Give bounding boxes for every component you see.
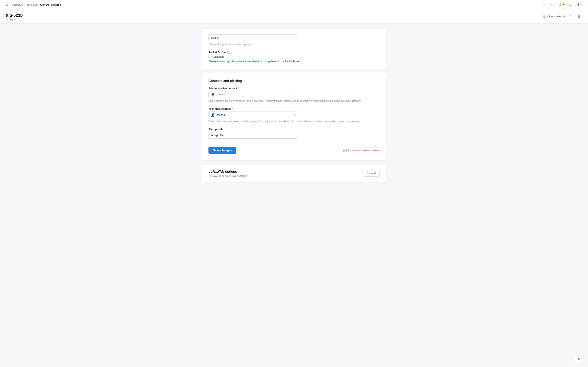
bookmarks-chevron-icon: ▾ [553,4,554,6]
star-icon: ☆ [549,3,552,6]
add-chevron-icon: ▾ [544,4,545,6]
packet-broker-checkbox-row: Disabled [208,55,380,58]
technical-contact-hint: Technical contact information for this g… [208,119,380,123]
technical-contact-group: Technical contact * 👤 × Technical contac… [208,107,380,123]
lorawan-heading: LoRaWAN options [208,170,247,174]
technical-contact-input-wrapper: 👤 × [208,111,298,118]
alert-profile-group: Alert profile test-profile ▾ [208,128,380,139]
topnav: ☰ Gateways › ttig-522b › General setting… [0,0,588,10]
menu-icon: ☰ [6,3,8,6]
hamburger-icon: ☰ [578,15,580,18]
sidebar-toggle[interactable]: ☰ [4,2,10,8]
cluster-status-dot [563,16,565,17]
contacts-heading: Contacts and alerting [208,79,380,83]
action-bar: Save changes 🗑 Unclaim and delete gatewa… [208,143,380,155]
admin-contact-label-text: Administrative contact [208,87,237,90]
star-outline-icon: ☆ [569,15,572,18]
alert-profile-value: test-profile [211,134,224,137]
admin-contact-required: * [238,87,239,90]
page-header-right: 📡 Other cluster ☆ ☰ [543,13,582,20]
technical-contact-clear-icon[interactable]: × [294,113,296,117]
channel-packet-section: Channel for gateway automatic updates Pa… [202,29,386,69]
page-title: ttig-522b [6,13,23,18]
dashboard-icon: 📊 [569,3,572,6]
unclaim-delete-button[interactable]: 🗑 Unclaim and delete gateway [342,149,380,152]
account-icon: 👤 [577,3,580,6]
technical-contact-person-icon: 👤 [211,113,215,117]
topnav-left: ☰ Gateways › ttig-522b › General setting… [4,2,536,8]
packet-broker-label: Packet Broker ? [208,50,380,54]
admin-contact-person-icon: 👤 [211,92,215,96]
contacts-section: Contacts and alerting Administrative con… [202,73,386,161]
lorawan-left: LoRaWAN options LoRaWAN network-layer se… [208,170,247,177]
cluster-icon: 📡 [543,15,546,18]
breadcrumb-sep-1: › [25,3,25,6]
favorite-btn[interactable]: ☆ [567,13,574,20]
notifications-btn[interactable]: 🔔 ▾ [557,2,566,7]
alert-profile-select[interactable]: test-profile ▾ [208,132,298,139]
breadcrumb-sep-2: › [38,3,39,6]
technical-contact-input[interactable] [216,113,293,117]
add-menu-btn[interactable]: + ▾ [539,2,546,7]
save-changes-button[interactable]: Save changes [208,147,236,154]
packet-broker-checkbox[interactable] [208,55,212,58]
packet-broker-help-icon[interactable]: ? [227,50,231,54]
bookmarks-btn[interactable]: ☆ ▾ [547,2,556,7]
plus-icon: + [541,3,543,6]
alert-profile-chevron-icon: ▾ [294,134,296,137]
admin-contact-input[interactable] [216,93,293,96]
packet-broker-field-group: Packet Broker ? Disabled Disable forward… [208,50,380,63]
page-header: ttig-522b ID: ttig-522b 📡 Other cluster … [0,10,588,24]
page-header-left: ttig-522b ID: ttig-522b [6,13,23,21]
admin-contact-clear-icon[interactable]: × [294,93,296,96]
packet-broker-checkbox-label: Disabled [213,55,224,58]
cluster-label: Other cluster [547,15,562,18]
lorawan-section: LoRaWAN options LoRaWAN network-layer se… [202,165,386,183]
channel-field-group: Channel for gateway automatic updates [208,34,380,46]
alert-profile-label: Alert profile [208,128,380,131]
cluster-badge: 📡 Other cluster [543,15,565,18]
technical-contact-label: Technical contact * [208,107,380,110]
lorawan-description: LoRaWAN network-layer settings [208,174,247,177]
account-btn[interactable]: 👤 ▾ [575,2,584,7]
main-content: Channel for gateway automatic updates Pa… [196,24,392,187]
notifications-wrapper: 🔔 ▾ [557,2,566,7]
breadcrumb-current: General settings [40,3,61,6]
admin-contact-input-wrapper: 👤 × [208,91,298,98]
bell-icon: 🔔 [559,3,562,6]
notification-dot [563,3,564,5]
channel-hint: Channel for gateway automatic updates [208,42,380,46]
admin-contact-group: Administrative contact * 👤 × Administrat… [208,87,380,103]
dashboard-btn[interactable]: 📊 [567,2,574,7]
technical-contact-label-text: Technical contact [208,107,231,110]
menu-btn[interactable]: ☰ [576,13,582,20]
packet-broker-hint: Disable forwarding uplink messages recei… [208,59,380,63]
admin-contact-hint: Administrative contact information for t… [208,99,380,103]
technical-contact-required: * [232,107,233,110]
trash-icon: 🗑 [342,149,345,152]
account-chevron-icon: ▾ [581,4,582,6]
gateway-id: ID: ttig-522b [6,18,23,21]
breadcrumb-gateways[interactable]: Gateways [11,3,23,6]
breadcrumb-gateway-id[interactable]: ttig-522b [26,3,37,6]
delete-label: Unclaim and delete gateway [346,149,380,152]
breadcrumb: Gateways › ttig-522b › General settings [11,3,61,6]
packet-broker-label-text: Packet Broker [208,51,226,54]
topnav-right: + ▾ ☆ ▾ 🔔 ▾ 📊 👤 ▾ [539,2,584,7]
lorawan-expand-button[interactable]: Expand [363,170,380,176]
channel-input[interactable] [208,34,298,41]
admin-contact-label: Administrative contact * [208,87,380,90]
